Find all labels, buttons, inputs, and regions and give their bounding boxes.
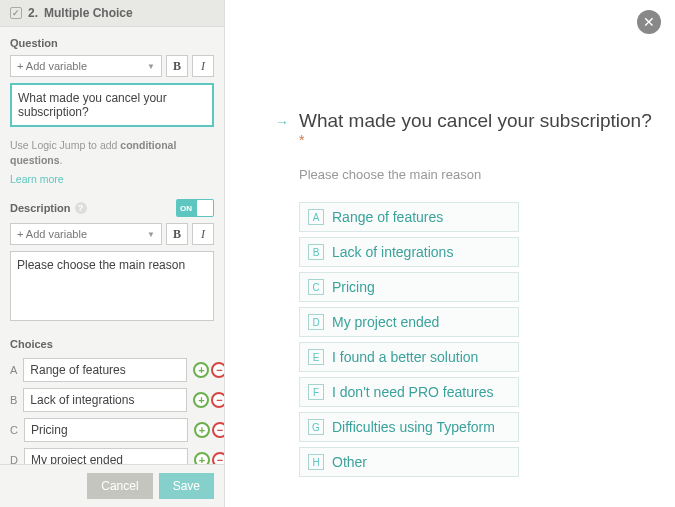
add-choice-button[interactable]: + xyxy=(193,362,209,378)
preview-description: Please choose the main reason xyxy=(299,167,655,182)
required-indicator: * xyxy=(299,132,304,148)
preview-option[interactable]: FI don't need PRO features xyxy=(299,377,519,407)
choice-letter: A xyxy=(10,364,17,376)
option-key: D xyxy=(308,314,324,330)
description-input[interactable] xyxy=(10,251,214,321)
description-label: Description? ON xyxy=(10,199,214,217)
bold-button-desc[interactable]: B xyxy=(166,223,188,245)
close-icon: ✕ xyxy=(643,14,655,30)
chevron-down-icon: ▼ xyxy=(147,230,155,239)
option-key: E xyxy=(308,349,324,365)
option-label: Lack of integrations xyxy=(332,244,453,260)
choice-input[interactable] xyxy=(24,418,188,442)
choice-row: B+−$ xyxy=(10,388,214,412)
bold-button[interactable]: B xyxy=(166,55,188,77)
italic-button[interactable]: I xyxy=(192,55,214,77)
choice-input[interactable] xyxy=(23,388,187,412)
arrow-right-icon: → xyxy=(275,114,289,130)
learn-more-link[interactable]: Learn more xyxy=(10,173,64,185)
logic-jump-hint: Use Logic Jump to add conditional questi… xyxy=(10,138,214,167)
editor-body: Question + Add variable ▼ B I Use Logic … xyxy=(0,27,224,464)
preview-option[interactable]: CPricing xyxy=(299,272,519,302)
preview-option[interactable]: HOther xyxy=(299,447,519,477)
choice-letter: B xyxy=(10,394,17,406)
option-key: F xyxy=(308,384,324,400)
checkbox-icon: ✓ xyxy=(10,7,22,19)
choice-input[interactable] xyxy=(24,448,188,464)
option-key: C xyxy=(308,279,324,295)
preview-option[interactable]: DMy project ended xyxy=(299,307,519,337)
choice-row: A+−$ xyxy=(10,358,214,382)
option-key: B xyxy=(308,244,324,260)
preview-question-title: What made you cancel your subscription?* xyxy=(299,110,655,157)
option-label: Other xyxy=(332,454,367,470)
option-label: Pricing xyxy=(332,279,375,295)
add-choice-button[interactable]: + xyxy=(194,422,210,438)
choice-input[interactable] xyxy=(23,358,187,382)
italic-button-desc[interactable]: I xyxy=(192,223,214,245)
option-label: Range of features xyxy=(332,209,443,225)
option-key: G xyxy=(308,419,324,435)
choice-row: C+−$ xyxy=(10,418,214,442)
preview-option[interactable]: EI found a better solution xyxy=(299,342,519,372)
chevron-down-icon: ▼ xyxy=(147,62,155,71)
choice-row: D+−$ xyxy=(10,448,214,464)
question-type: Multiple Choice xyxy=(44,6,133,20)
question-input[interactable] xyxy=(10,83,214,127)
remove-choice-button[interactable]: − xyxy=(211,392,224,408)
add-choice-button[interactable]: + xyxy=(194,452,210,464)
choice-letter: D xyxy=(10,454,18,464)
question-number: 2. xyxy=(28,6,38,20)
preview-options: ARange of featuresBLack of integrationsC… xyxy=(299,202,519,477)
option-key: H xyxy=(308,454,324,470)
option-label: My project ended xyxy=(332,314,439,330)
option-label: I don't need PRO features xyxy=(332,384,493,400)
description-toggle[interactable]: ON xyxy=(176,199,214,217)
save-button[interactable]: Save xyxy=(159,473,214,499)
choices-label: Choices xyxy=(10,338,214,350)
cancel-button[interactable]: Cancel xyxy=(87,473,152,499)
add-variable-dropdown[interactable]: + Add variable ▼ xyxy=(10,55,162,77)
help-icon[interactable]: ? xyxy=(75,202,87,214)
option-label: I found a better solution xyxy=(332,349,478,365)
editor-header: ✓ 2. Multiple Choice xyxy=(0,0,224,27)
option-key: A xyxy=(308,209,324,225)
editor-panel: ✓ 2. Multiple Choice Question + Add vari… xyxy=(0,0,225,507)
choice-letter: C xyxy=(10,424,18,436)
question-label: Question xyxy=(10,37,214,49)
preview-option[interactable]: BLack of integrations xyxy=(299,237,519,267)
add-choice-button[interactable]: + xyxy=(193,392,209,408)
add-variable-dropdown-desc[interactable]: + Add variable ▼ xyxy=(10,223,162,245)
preview-option[interactable]: GDifficulties using Typeform xyxy=(299,412,519,442)
preview-panel: ✕ → What made you cancel your subscripti… xyxy=(225,0,675,507)
close-button[interactable]: ✕ xyxy=(637,10,661,34)
choices-list: A+−$B+−$C+−$D+−$E+−$ xyxy=(10,358,214,464)
editor-footer: Cancel Save xyxy=(0,464,224,507)
option-label: Difficulties using Typeform xyxy=(332,419,495,435)
remove-choice-button[interactable]: − xyxy=(211,362,224,378)
preview-option[interactable]: ARange of features xyxy=(299,202,519,232)
remove-choice-button[interactable]: − xyxy=(212,422,224,438)
remove-choice-button[interactable]: − xyxy=(212,452,224,464)
